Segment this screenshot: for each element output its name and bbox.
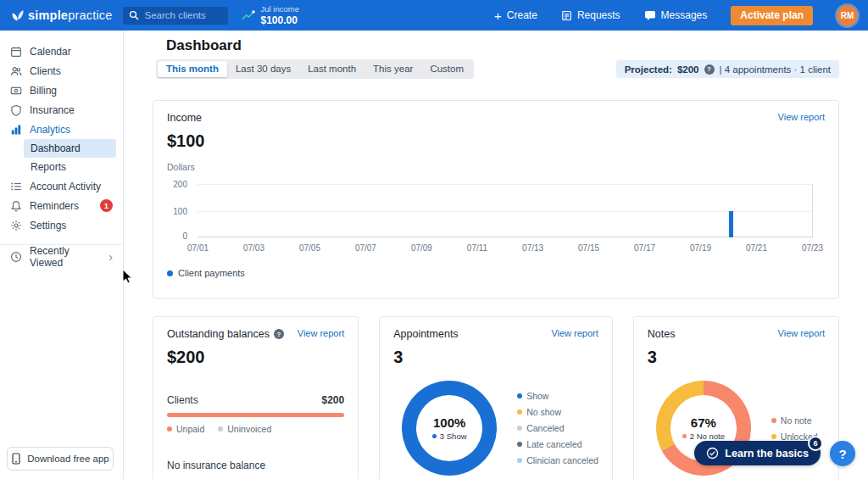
sidebar-item-reminders[interactable]: Reminders 1 [0,196,123,215]
x-tick: 07/11 [467,243,487,253]
logo[interactable]: simplepractice [11,8,113,22]
sidebar-item-label: Settings [30,220,66,231]
help-button[interactable]: ? [830,441,855,466]
sidebar-item-label: Analytics [30,124,70,136]
tab-this-month[interactable]: This month [158,61,227,77]
sidebar-item-dashboard[interactable]: Dashboard [24,139,116,158]
legend-dot [517,426,522,431]
search-input[interactable] [143,9,222,21]
avatar[interactable]: RM [837,5,858,26]
appointments-donut-chart: 100% 3 Show [402,381,497,476]
learn-badge: 6 [808,436,823,451]
donut-center-percent: 67% [691,415,716,430]
legend-label: Client payments [178,268,245,278]
legend-dot [771,418,776,423]
outstanding-balances-card: Outstanding balances ? View report $200 … [153,316,359,479]
messages-button[interactable]: Messages [644,9,708,21]
page-title: Dashboard [166,37,839,53]
x-tick: 07/13 [522,243,543,253]
x-tick: 07/05 [299,243,320,253]
settings-icon [10,220,22,231]
search-box [123,7,228,25]
legend-label: Unpaid [176,424,204,434]
calendar-icon [10,46,22,58]
tab-last-month[interactable]: Last month [299,61,364,77]
sidebar-item-label: Clients [30,65,61,77]
legend-dot [682,434,687,438]
sidebar-item-calendar[interactable]: Calendar [0,42,123,61]
insurance-balance-label: No insurance balance [167,460,344,471]
income-chart [198,184,813,237]
notes-card-title: Notes [648,328,676,340]
requests-icon [561,10,572,21]
x-tick: 07/19 [690,243,711,253]
sidebar: Calendar Clients Billing Insurance Analy… [0,31,124,479]
insurance-icon [10,104,22,116]
legend-label: Late canceled [526,439,581,449]
check-circle-icon [706,447,719,460]
projected-detail: | 4 appointments · 1 client [720,64,831,75]
search-icon [129,10,139,20]
outstanding-legend: Unpaid Uninvoiced [167,424,344,434]
appointments-card-title: Appointments [393,328,458,340]
legend-dot [517,409,522,415]
download-app-button[interactable]: Download free app [7,447,114,471]
info-icon[interactable]: ? [704,64,715,75]
requests-button[interactable]: Requests [561,9,620,21]
clock-icon [10,251,22,263]
account-activity-icon [10,181,22,192]
legend-label: No note [781,415,812,426]
legend-dot [167,426,172,432]
income-bar [729,211,733,238]
outstanding-card-title: Outstanding balances [167,328,270,340]
download-app-label: Download free app [27,454,109,464]
reminders-icon [10,200,22,212]
sidebar-item-analytics[interactable]: Analytics [0,120,123,139]
legend-dot [167,270,173,276]
info-icon[interactable]: ? [274,329,284,339]
projected-banner: Projected: $200 ? | 4 appointments · 1 c… [616,60,839,78]
income-y-axis-title: Dollars [167,162,825,172]
income-view-report-link[interactable]: View report [778,112,825,122]
sidebar-item-settings[interactable]: Settings [0,215,123,235]
income-amount: $100.00 [261,14,299,26]
x-tick: 07/23 [802,243,823,253]
x-tick: 07/01 [187,243,209,253]
legend-dot [517,442,522,447]
recently-viewed[interactable]: Recently Viewed › [0,245,123,269]
appointments-view-report-link[interactable]: View report [551,328,598,338]
legend-dot [432,434,437,438]
notes-view-report-link[interactable]: View report [778,328,825,338]
legend-dot [771,434,776,439]
activate-plan-button[interactable]: Activate plan [731,6,813,25]
date-range-tabs: This month Last 30 days Last month This … [156,59,474,79]
clients-balance-value: $200 [321,394,344,406]
tab-custom[interactable]: Custom [421,61,472,77]
sidebar-item-account-activity[interactable]: Account Activity [0,176,123,196]
analytics-icon [10,124,22,136]
legend-label: Clinician canceled [526,455,598,465]
reminders-badge: 1 [100,199,113,212]
sidebar-item-insurance[interactable]: Insurance [0,100,123,120]
tab-last-30-days[interactable]: Last 30 days [227,61,299,77]
sidebar-item-label: Dashboard [31,142,81,154]
tab-this-year[interactable]: This year [364,61,421,77]
brand-name: simplepractice [28,8,113,22]
income-y-axis: 200 100 0 [167,184,198,237]
outstanding-view-report-link[interactable]: View report [298,328,344,338]
sidebar-item-reports[interactable]: Reports [24,158,116,176]
clients-balance-label: Clients [167,394,198,406]
topbar-income-summary[interactable]: Jul income $100.00 [242,4,299,26]
appointments-legend: Show No show Canceled Late canceled Clin… [517,391,598,465]
legend-label: Canceled [526,423,564,433]
projected-label: Projected: [625,64,672,75]
sidebar-item-billing[interactable]: Billing [0,81,123,100]
sidebar-item-clients[interactable]: Clients [0,61,123,81]
main-content: Dashboard This month Last 30 days Last m… [124,31,868,479]
create-button[interactable]: + Create [494,9,537,22]
billing-icon [10,85,22,97]
donut-center-label: 3 Show [440,432,467,441]
learn-the-basics-button[interactable]: Learn the basics 6 [694,441,821,465]
income-x-axis: 07/01 07/03 07/05 07/07 07/09 07/11 07/1… [187,243,823,253]
notes-count: 3 [648,348,825,367]
